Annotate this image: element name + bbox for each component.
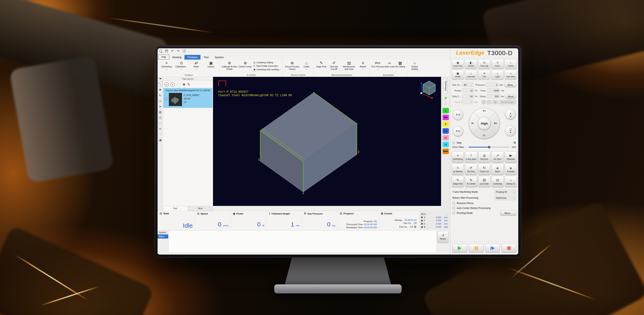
pan-tool-icon[interactable]: ✥ [158,87,162,92]
section-tool-icon[interactable]: ⌐ [158,120,162,126]
check-all-parts-icon[interactable]: ✓ [170,82,175,87]
new-file-icon[interactable] [160,50,162,52]
gohoming-button[interactable]: ⌖GoHoming [452,151,464,162]
menu-tool[interactable]: Tool [200,55,212,60]
start-button[interactable] [452,244,467,252]
ribbon-pipe-profile-correction[interactable]: ✎ Pipe Profile Correction [253,64,280,68]
help-icon[interactable]: ? [183,50,186,52]
shield-toggle[interactable]: ▣Shield [452,70,464,80]
jog-speed-high-button[interactable]: High [478,117,491,130]
more-button[interactable]: More... [500,210,516,216]
blow-button[interactable]: Blow [504,82,516,87]
pause-button[interactable] [469,244,483,252]
centering-type-button[interactable]: ☼ntering Ty [505,176,517,187]
menu-produce[interactable]: Produce [184,55,200,60]
back-button[interactable]: «Back [491,164,504,175]
part-3d-view-icon[interactable]: ❖ [182,82,186,87]
light-toggle[interactable]: ☼Light [491,70,504,80]
menu-file[interactable]: File [158,54,169,60]
add-part-icon[interactable]: + [164,82,169,87]
freq-input[interactable]: 5000 [487,88,500,93]
ribbon-dis-tailing[interactable]: ▦ Dis Tailing [395,60,406,68]
counts-settings-gear-icon[interactable]: ⚙ [414,225,416,229]
layer-chip-L1[interactable]: L1 [442,128,449,134]
viewport-3d[interactable]: 1 2 Part:P_0723_093927 Channel Steel Wid… [213,77,441,206]
log-content[interactable] [168,230,436,252]
ribbon-center-comp[interactable]: ⊕ Center Comp. [238,60,252,68]
undo-icon[interactable]: ↶ [171,50,174,52]
edge-find-button[interactable]: ✎Edge Find [452,176,464,187]
simu-rate-select[interactable]: Simu Rate [452,146,464,148]
focus-target-button[interactable]: ◎ [493,100,498,104]
jog-y-minus-button[interactable]: Y- [483,134,486,137]
simulate-button[interactable]: ▶Simulate [505,151,517,162]
stop-button[interactable] [502,244,516,252]
tab-alarm-log[interactable]: Alarm [158,234,168,238]
return-after-processing-select[interactable]: Stationary⌄ [494,196,516,200]
ribbon-centering-setting[interactable]: ◎ Centering Setting [253,61,280,64]
tab-nest[interactable]: Nest [188,206,213,211]
cycle-cut-button[interactable]: ↻Cycle Cut [478,164,490,175]
tab-system-log[interactable]: System [158,230,168,234]
follow-toggle[interactable]: ↕Follow [505,59,517,69]
layer-chip-L[interactable]: L [442,108,449,114]
menu-nesting[interactable]: Nesting [169,55,184,60]
centering-button[interactable]: ⊡Centering [491,176,504,187]
power-input[interactable]: 10 [462,88,474,93]
forward-button[interactable]: »Forward [505,164,517,175]
ribbon-gohoming[interactable]: ⌖ GoHoming ▾ [160,60,174,70]
z-up-button[interactable]: ▲ [505,109,516,120]
ribbon-auto-load[interactable]: ∞ Auto Load [384,60,394,68]
proofing-mode-checkbox[interactable] [452,212,455,214]
manual-center-button[interactable]: Ⓜual Cente [478,176,490,187]
part-list-item[interactable]: Channel Steel Width80xHeight40 D2 T2 L10… [163,88,212,108]
view-3d-tool-icon[interactable]: ◳ [158,115,162,120]
ribbon-global-setting[interactable]: ☼ Global Setting [408,60,420,70]
jog-x-plus-button[interactable]: X+ [494,122,497,125]
fit-view-tool-icon[interactable]: ▭ [158,98,162,104]
ribbon-chuck-process-library[interactable]: ⊕ Chuck Process Library [284,60,300,70]
apply-technique-icon[interactable]: ✓ [444,102,447,107]
delay-input[interactable]: 300 [487,94,500,98]
laser-power-toggle[interactable]: ◉Laser Pow [452,59,464,69]
part-item-checkbox[interactable] [165,98,167,100]
collapse-panel-icon[interactable]: ◀▶ [159,78,161,82]
focus-plus-button[interactable]: + [482,100,486,104]
tab-part[interactable]: Part [163,206,188,211]
redo-icon[interactable]: ↷ [177,50,180,52]
ribbon-calibration[interactable]: ⊙ Calibration... ▾ [174,60,188,70]
z-down-button[interactable]: ▼ [505,125,516,136]
ribbon-report[interactable]: ≡ Report ▾ [358,60,368,70]
ribbon-plc-process[interactable]: PLC PLC Process ▾ [372,60,384,70]
ribbon-one-key-cutoff[interactable]: ✐ One-key Cut-off [328,60,340,70]
select-tool-icon[interactable]: ↖ [158,82,162,86]
jog-x-minus-button[interactable]: X- [472,122,474,125]
reset-button[interactable]: ↺ Reset [437,231,448,243]
resume-pierce-checkbox[interactable] [452,202,455,204]
burst-toggle[interactable]: ▽Burst [491,59,504,69]
resume-button[interactable] [485,244,500,252]
shutter-toggle[interactable]: ◧Shutter [465,59,477,69]
pick-tool-icon[interactable]: ➤ [158,104,162,109]
ribbon-mode[interactable]: ⇄ Mode ▾ [189,60,203,70]
go-zero-button[interactable]: ↗Go Zero [491,151,504,162]
fan-toggle[interactable]: ✳Fan [478,70,490,80]
layer-chip-S[interactable]: S [442,122,449,127]
ribbon-centering-and-leveling[interactable]: ◉ Centering and Leveling ▾ [253,68,280,71]
side-blow-toggle[interactable]: »Side Blow [505,70,517,80]
ribbon-cutter[interactable]: ♨ Cutter ▾ [301,60,312,70]
menu-system[interactable]: System [212,55,226,60]
burst-button[interactable]: Burst [505,94,516,99]
b-axis-cw-button[interactable]: B↻ [453,126,464,136]
auto-center-checkbox[interactable] [452,207,455,210]
pilot-light-toggle[interactable]: ⊙Pilot Ligh [478,59,490,69]
jog-y-plus-button[interactable]: Y+ [483,110,486,112]
ribbon-maintenance[interactable]: ▤ Maintenance and Care [341,60,357,70]
technique-tab[interactable]: Technique [444,78,448,94]
ribbon-library[interactable]: ▣ Library [204,60,218,68]
pressure-input[interactable]: 5 [486,82,498,87]
gas-type-select[interactable]: Air⌄ [462,82,474,87]
ribbon-calibrate-b-axis[interactable]: ⊛ Calibrate B-Axis Center [221,60,238,70]
material-tool-icon[interactable]: ◪ [158,137,162,142]
simu-rate-slider[interactable] [468,147,510,148]
